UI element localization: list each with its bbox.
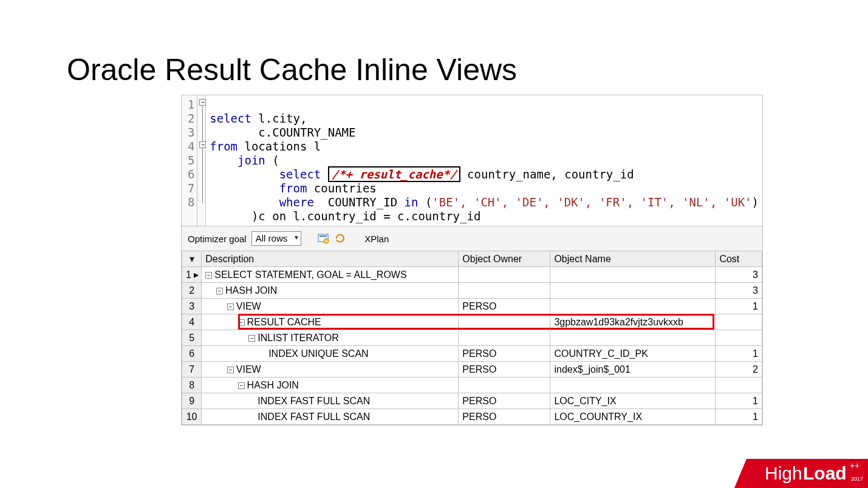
plan-rownum: 1 ▸: [182, 267, 202, 283]
tree-toggle-icon[interactable]: −: [227, 303, 234, 310]
sql-hint-highlight: /*+ result_cache*/: [328, 166, 460, 182]
line-number: 6: [188, 168, 194, 181]
highload-logo: High Load ++ 2017: [734, 452, 868, 488]
sql-pad: [210, 181, 279, 195]
plan-header-row: ▾ Description Object Owner Object Name C…: [182, 251, 762, 267]
plan-object: [550, 299, 716, 314]
tree-toggle-icon[interactable]: −: [216, 288, 223, 294]
plan-cost: 1: [716, 409, 762, 425]
sql-keyword: select: [210, 112, 251, 125]
plan-row[interactable]: 7 −VIEWPERSOindex$_join$_0012: [182, 362, 762, 378]
plan-cost: 1: [716, 346, 762, 362]
sql-text: l.city,: [251, 112, 307, 125]
plan-row[interactable]: 6 INDEX UNIQUE SCANPERSOCOUNTRY_C_ID_PK1: [182, 346, 762, 362]
sql-keyword: from: [210, 140, 238, 153]
sql-text: countries: [307, 181, 376, 195]
logo-high: High: [765, 463, 802, 483]
plan-row[interactable]: 2 −HASH JOIN3: [182, 283, 762, 299]
plan-object: 3gpbzaw1d93ka2fvjtz3uvkxxb: [550, 314, 716, 330]
fold-toggle-icon[interactable]: −: [199, 99, 206, 106]
plan-rownum: 6: [182, 346, 202, 362]
line-number: 8: [188, 195, 194, 209]
plan-object: COUNTRY_C_ID_PK: [550, 346, 716, 362]
plan-rownum: 10: [182, 409, 202, 425]
plan-row[interactable]: 10 INDEX FAST FULL SCANPERSOLOC_COUNTRY_…: [182, 409, 762, 425]
sql-text: )c on l.country_id = c.country_id: [210, 209, 480, 223]
plan-object: LOC_CITY_IX: [550, 393, 716, 409]
svg-point-2: [324, 239, 329, 243]
plan-object: [550, 378, 716, 393]
svg-rect-1: [320, 236, 327, 237]
col-object-name[interactable]: Object Name: [550, 251, 716, 267]
plan-description: INDEX FAST FULL SCAN: [202, 393, 459, 409]
tree-toggle-icon[interactable]: −: [238, 319, 245, 326]
plan-row[interactable]: 9 INDEX FAST FULL SCANPERSOLOC_CITY_IX1: [182, 393, 762, 409]
plan-object: [550, 330, 716, 346]
xplan-button[interactable]: XPlan: [364, 234, 389, 244]
plan-object: [550, 267, 716, 283]
sql-editor[interactable]: 1 2 3 4 5 6 7 8 − − select l.city, c.COU…: [182, 95, 762, 226]
fold-toggle-icon[interactable]: −: [199, 141, 206, 148]
plan-table-container: ▾ Description Object Owner Object Name C…: [182, 251, 762, 425]
plan-owner: [459, 378, 550, 393]
tree-toggle-icon[interactable]: −: [248, 335, 255, 342]
plan-row[interactable]: 1 ▸−SELECT STATEMENT, GOAL = ALL_ROWS3: [182, 267, 762, 283]
line-number: 4: [188, 140, 194, 154]
plan-owner: PERSO: [459, 346, 550, 362]
plan-description: INDEX FAST FULL SCAN: [202, 409, 459, 425]
line-number: 3: [188, 126, 194, 140]
tree-toggle-icon[interactable]: −: [238, 382, 245, 389]
plan-corner-menu[interactable]: ▾: [182, 251, 202, 267]
plan-cost: 1: [716, 393, 762, 409]
plan-row[interactable]: 8 −HASH JOIN: [182, 378, 762, 393]
plan-cost: [716, 314, 762, 330]
plan-row[interactable]: 5 −INLIST ITERATOR: [182, 330, 762, 346]
code-body[interactable]: select l.city, c.COUNTRY_NAME from locat…: [206, 95, 762, 226]
sql-text: (: [265, 154, 279, 167]
tree-toggle-icon[interactable]: −: [227, 367, 234, 373]
col-description[interactable]: Description: [202, 251, 459, 267]
plan-description: −INLIST ITERATOR: [202, 330, 459, 346]
sql-pad: [210, 168, 279, 181]
plan-owner: [459, 267, 550, 283]
sql-keyword: in: [405, 195, 419, 209]
col-object-owner[interactable]: Object Owner: [459, 251, 550, 267]
sql-text: COUNTRY_ID: [314, 195, 405, 209]
sql-text: (: [418, 195, 432, 209]
logo-load: Load: [803, 463, 847, 483]
col-cost[interactable]: Cost: [716, 251, 762, 267]
fold-gutter: − −: [197, 95, 206, 226]
slide-title: Oracle Result Cache Inline Views: [67, 52, 517, 87]
tree-toggle-icon[interactable]: −: [205, 272, 212, 279]
sql-keyword: where: [279, 195, 314, 209]
plan-row[interactable]: 4 −RESULT CACHE3gpbzaw1d93ka2fvjtz3uvkxx…: [182, 314, 762, 330]
plan-cost: 3: [716, 283, 762, 299]
logo-year: 2017: [851, 476, 863, 482]
optimizer-goal-select[interactable]: All rows: [251, 231, 302, 246]
plan-rownum: 2: [182, 283, 202, 299]
sql-text: c.COUNTRY_NAME: [210, 126, 355, 139]
fold-line: [202, 106, 203, 203]
line-number-gutter: 1 2 3 4 5 6 7 8: [182, 95, 197, 226]
plan-cost: 3: [716, 267, 762, 283]
sql-keyword: join: [238, 154, 265, 167]
plan-rownum: 5: [182, 330, 202, 346]
plan-object: [550, 283, 716, 299]
plan-owner: PERSO: [459, 362, 550, 378]
config-icon[interactable]: [317, 232, 329, 245]
plan-cost: 1: [716, 299, 762, 314]
sql-keyword: select: [279, 168, 328, 181]
plan-toolbar: Optimizer goal All rows XPlan: [182, 226, 762, 251]
plan-description: −SELECT STATEMENT, GOAL = ALL_ROWS: [202, 267, 459, 283]
refresh-plan-icon[interactable]: [334, 232, 346, 245]
plan-description: −HASH JOIN: [202, 378, 459, 393]
line-number: 7: [188, 181, 194, 195]
plan-rownum: 9: [182, 393, 202, 409]
sql-text: ): [752, 195, 759, 209]
plan-rownum: 8: [182, 378, 202, 393]
plan-description: −VIEW: [202, 362, 459, 378]
plan-object: index$_join$_001: [550, 362, 716, 378]
plan-row[interactable]: 3 −VIEWPERSO1: [182, 299, 762, 314]
plan-description: −HASH JOIN: [202, 283, 459, 299]
plan-owner: [459, 314, 550, 330]
